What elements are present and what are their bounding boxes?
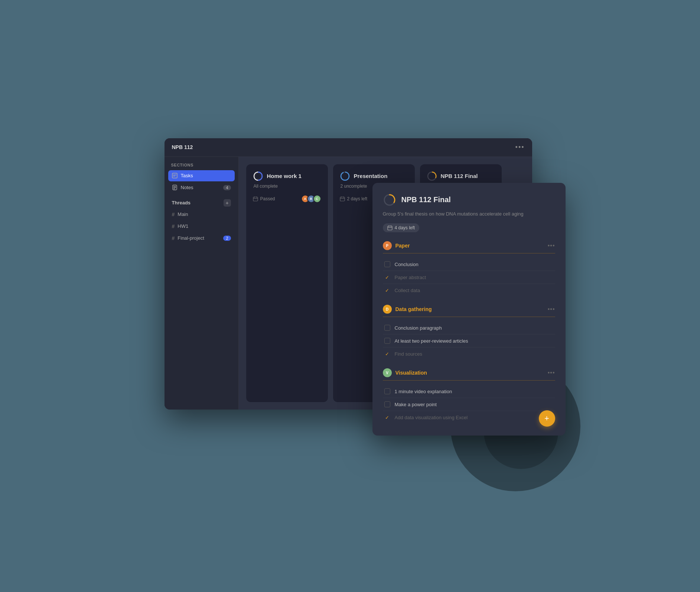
task-label: At least two peer-reviewed articles (395, 338, 468, 344)
thread-hw1-label: HW1 (178, 223, 188, 229)
app-title: NPB 112 (172, 144, 193, 150)
panel-scroll-area[interactable]: NPB 112 Final Group 5's final thesis on … (372, 183, 566, 436)
presentation-progress-icon (340, 171, 350, 181)
task-checkbox[interactable] (384, 325, 390, 331)
task-item: Conclusion paragraph (383, 321, 555, 334)
tasks-label: Tasks (181, 173, 193, 178)
threads-section-header: Threads + (168, 194, 235, 209)
section-paper-avatar: P (383, 241, 392, 250)
add-thread-button[interactable]: + (224, 199, 231, 207)
panel-section-data-gathering: D Data gathering ••• Conclusion paragrap… (383, 305, 555, 360)
threads-label: Threads (172, 200, 191, 206)
task-label: 1 minute video explanation (395, 389, 452, 394)
task-item: 1 minute video explanation (383, 385, 555, 398)
card-presentation-meta: 2 days left (347, 196, 368, 201)
panel-header: NPB 112 Final (383, 193, 555, 207)
title-bar: NPB 112 ••• (165, 138, 532, 157)
svg-rect-0 (172, 173, 177, 178)
task-label: Conclusion paragraph (395, 325, 442, 331)
section-viz-avatar: V (383, 368, 392, 377)
svg-point-8 (255, 174, 261, 179)
section-paper-title: Paper (395, 243, 410, 249)
task-label-done: Add data visualization using Excel (395, 415, 468, 420)
task-checkbox[interactable] (384, 338, 390, 344)
notes-badge: 4 (223, 185, 231, 190)
thread-item-final-project[interactable]: # Final-project 2 (168, 233, 235, 244)
checkmark-icon: ✓ (385, 351, 389, 357)
section-data-title: Data gathering (395, 306, 432, 312)
panel-progress-icon (383, 193, 396, 207)
checkmark-icon: ✓ (385, 415, 389, 420)
svg-rect-1 (173, 175, 176, 175)
card-homework1[interactable]: Home work 1 All complete Passed (246, 164, 328, 402)
due-date-badge: 4 days left (383, 223, 420, 232)
panel-title: NPB 112 Final (401, 195, 451, 204)
notes-label: Notes (181, 185, 193, 190)
task-checkbox-done[interactable]: ✓ (384, 414, 390, 420)
task-label: Conclusion (395, 262, 419, 267)
section-paper-more-button[interactable]: ••• (548, 242, 555, 249)
task-label-done: Find sources (395, 351, 422, 357)
section-viz-more-button[interactable]: ••• (548, 369, 555, 376)
calendar-icon (253, 196, 258, 201)
svg-rect-14 (340, 197, 345, 201)
task-checkbox-done[interactable]: ✓ (384, 287, 390, 293)
task-checkbox-done[interactable]: ✓ (384, 351, 390, 357)
card-final-title: NPB 112 Final (441, 173, 478, 179)
section-data-avatar: D (383, 305, 392, 314)
task-item: At least two peer-reviewed articles (383, 334, 555, 347)
panel-section-paper: P Paper ••• Conclusion ✓ Paper abstract (383, 241, 555, 297)
task-label-done: Collect data (395, 288, 420, 293)
svg-rect-2 (173, 176, 175, 177)
panel-section-visualization: V Visualization ••• 1 minute video expla… (383, 368, 555, 424)
task-item: ✓ Find sources (383, 347, 555, 360)
hash-icon-main: # (172, 211, 175, 217)
task-item: Make a power point (383, 398, 555, 411)
detail-panel: NPB 112 Final Group 5's final thesis on … (372, 183, 566, 436)
sidebar: Sections Tasks (165, 157, 239, 410)
task-item: ✓ Add data visualization using Excel (383, 411, 555, 424)
task-checkbox[interactable] (384, 401, 390, 407)
card-presentation-title: Presentation (354, 173, 388, 179)
task-checkbox[interactable] (384, 388, 390, 394)
card-homework1-subtitle: All complete (253, 184, 321, 189)
section-data-more-button[interactable]: ••• (548, 306, 555, 313)
task-item: Conclusion (383, 258, 555, 271)
avatar: C (313, 195, 321, 203)
svg-rect-24 (388, 226, 392, 230)
sidebar-item-notes[interactable]: Notes 4 (168, 182, 235, 193)
notes-icon (172, 185, 178, 191)
thread-item-hw1[interactable]: # HW1 (168, 221, 235, 232)
panel-description: Group 5's final thesis on how DNA mutati… (383, 210, 555, 218)
task-checkbox-done[interactable]: ✓ (384, 274, 390, 280)
card-homework1-title: Home work 1 (267, 173, 302, 179)
task-checkbox[interactable] (384, 261, 390, 267)
hash-icon-hw1: # (172, 223, 175, 229)
card-homework1-meta: Passed (260, 196, 275, 201)
checkmark-icon: ✓ (385, 288, 389, 293)
task-item: ✓ Collect data (383, 284, 555, 297)
due-label: 4 days left (395, 225, 415, 230)
add-task-fab[interactable]: + (539, 410, 555, 427)
final-project-badge: 2 (223, 236, 231, 241)
section-viz-title: Visualization (395, 370, 427, 376)
due-date-calendar-icon (387, 225, 393, 230)
thread-final-project-label: Final-project (178, 235, 204, 241)
checkmark-icon: ✓ (385, 275, 389, 280)
sections-label: Sections (168, 163, 235, 167)
thread-item-main[interactable]: # Main (168, 209, 235, 220)
hash-icon-final-project: # (172, 235, 175, 241)
homework1-progress-icon (253, 171, 263, 181)
svg-rect-9 (253, 197, 258, 201)
task-item: ✓ Paper abstract (383, 271, 555, 284)
calendar-icon-2 (340, 196, 345, 201)
sidebar-item-tasks[interactable]: Tasks (168, 170, 235, 181)
task-label-done: Paper abstract (395, 275, 426, 280)
card-homework1-avatars: A B C (301, 195, 321, 203)
final-progress-icon (427, 171, 437, 181)
tasks-icon (172, 173, 178, 179)
thread-main-label: Main (178, 211, 188, 217)
task-label: Make a power point (395, 402, 437, 407)
more-options-button[interactable]: ••• (515, 143, 525, 151)
